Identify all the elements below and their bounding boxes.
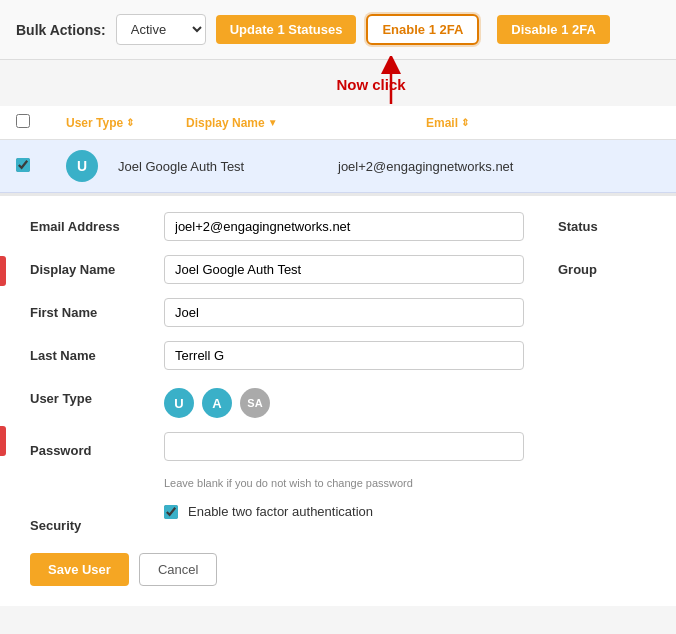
- password-hint: Leave blank if you do not wish to change…: [164, 477, 413, 489]
- email-sort-icon: ⇕: [461, 117, 469, 128]
- user-type-sort-icon: ⇕: [126, 117, 134, 128]
- group-side-label: Group: [558, 255, 597, 277]
- status-side-label: Status: [558, 212, 598, 234]
- now-click-annotation: Now click: [336, 76, 405, 93]
- select-all-col: [16, 114, 46, 131]
- col-display-name-header[interactable]: Display Name ▼: [186, 116, 406, 130]
- first-name-label: First Name: [30, 298, 150, 320]
- user-email: joel+2@engagingnetworks.net: [338, 159, 660, 174]
- update-statuses-button[interactable]: Update 1 Statuses: [216, 15, 357, 44]
- display-name-sort-icon: ▼: [268, 117, 278, 128]
- display-name-row: Display Name Group: [30, 255, 646, 284]
- user-display-name: Joel Google Auth Test: [118, 159, 318, 174]
- first-name-row: First Name: [30, 298, 646, 327]
- first-name-input[interactable]: [164, 298, 524, 327]
- badge-a: A: [202, 388, 232, 418]
- tfa-row: Enable two factor authentication: [164, 504, 373, 519]
- top-bar: Bulk Actions: Active Inactive Pending Up…: [0, 0, 676, 60]
- user-type-label: User Type: [30, 384, 150, 406]
- disable-2fa-button[interactable]: Disable 1 2FA: [497, 15, 610, 44]
- last-name-row: Last Name: [30, 341, 646, 370]
- enable-2fa-button[interactable]: Enable 1 2FA: [366, 14, 479, 45]
- cancel-button[interactable]: Cancel: [139, 553, 217, 586]
- user-type-row: User Type U A SA: [30, 384, 646, 418]
- row-checkbox[interactable]: [16, 158, 30, 172]
- user-type-badges: U A SA: [164, 384, 270, 418]
- last-name-label: Last Name: [30, 341, 150, 363]
- tfa-checkbox[interactable]: [164, 505, 178, 519]
- detail-form: Email Address Status Display Name Group …: [0, 193, 676, 606]
- avatar: U: [66, 150, 98, 182]
- password-label: Password: [30, 436, 150, 458]
- save-user-button[interactable]: Save User: [30, 553, 129, 586]
- email-row: Email Address Status: [30, 212, 646, 241]
- red-tab-bottom: [0, 426, 6, 456]
- table-header: User Type ⇕ Display Name ▼ Email ⇕: [0, 106, 676, 140]
- enable-2fa-wrapper: Enable 1 2FA Now click: [366, 14, 479, 45]
- display-name-label: Display Name: [30, 255, 150, 277]
- password-row: Password Leave blank if you do not wish …: [30, 432, 646, 490]
- col-email-header[interactable]: Email ⇕: [426, 116, 660, 130]
- email-label: Email Address: [30, 212, 150, 234]
- status-select[interactable]: Active Inactive Pending: [116, 14, 206, 45]
- tfa-label: Enable two factor authentication: [188, 504, 373, 519]
- security-label: Security: [30, 511, 150, 533]
- select-all-checkbox[interactable]: [16, 114, 30, 128]
- row-checkbox-col: [16, 158, 46, 175]
- security-row: Security Enable two factor authenticatio…: [30, 504, 646, 539]
- footer-buttons: Save User Cancel: [30, 553, 646, 586]
- col-user-type-header[interactable]: User Type ⇕: [66, 116, 166, 130]
- display-name-input[interactable]: [164, 255, 524, 284]
- badge-sa: SA: [240, 388, 270, 418]
- red-tab-top: [0, 256, 6, 286]
- email-input[interactable]: [164, 212, 524, 241]
- bulk-actions-label: Bulk Actions:: [16, 22, 106, 38]
- badge-u: U: [164, 388, 194, 418]
- user-row[interactable]: U Joel Google Auth Test joel+2@engagingn…: [0, 140, 676, 193]
- last-name-input[interactable]: [164, 341, 524, 370]
- password-input[interactable]: [164, 432, 524, 461]
